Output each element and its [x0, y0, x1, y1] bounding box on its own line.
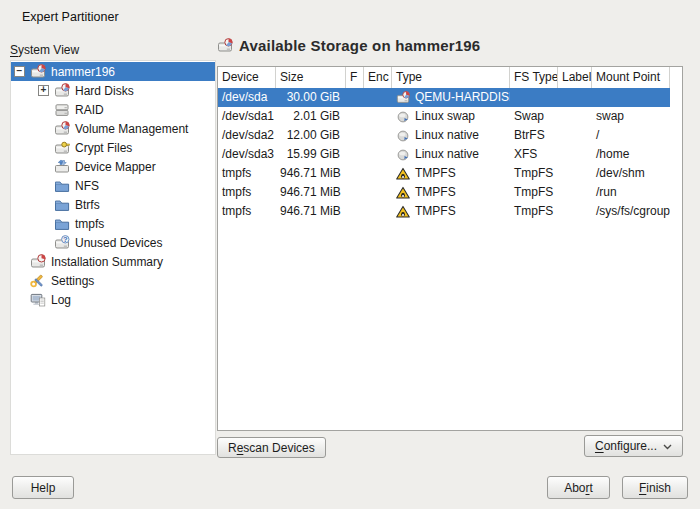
column-header-label[interactable]: Label: [558, 67, 592, 88]
cell-size: 946.71 MiB: [276, 164, 346, 183]
sidebar-item-crypt-files[interactable]: Crypt Files: [11, 138, 215, 157]
abort-button[interactable]: Abort: [547, 476, 610, 499]
table-row-dev-sda3-3[interactable]: /dev/sda315.99 GiBLinux nativeXFS/home: [218, 145, 682, 164]
expander-plus-icon[interactable]: +: [38, 85, 49, 96]
table-row-dev-sda1-1[interactable]: /dev/sda12.01 GiBLinux swapSwapswap: [218, 107, 682, 126]
table-row-dev-sda-0[interactable]: /dev/sda30.00 GiBQEMU-HARDDISK: [218, 88, 682, 107]
sidebar-item-label: RAID: [75, 103, 104, 117]
column-header-enc[interactable]: Enc: [364, 67, 392, 88]
cell-type: Linux native: [392, 126, 510, 145]
cell-f: [346, 202, 364, 221]
chevron-down-icon: [663, 439, 672, 453]
settings-icon: [30, 273, 46, 289]
sidebar-item-label: NFS: [75, 179, 99, 193]
table-header: DeviceSizeFEncTypeFS TypeLabelMount Poin…: [218, 67, 682, 88]
cell-f: [346, 88, 364, 107]
sidebar-item-hard-disks[interactable]: +Hard Disks: [11, 81, 215, 100]
cell-type: TMPFS: [392, 164, 510, 183]
cell-mount: /sys/fs/cgroup: [592, 202, 670, 221]
sidebar-item-btrfs[interactable]: Btrfs: [11, 195, 215, 214]
cell-f: [346, 183, 364, 202]
help-button[interactable]: Help: [12, 476, 74, 499]
log-icon: [30, 292, 46, 308]
cell-filler: [670, 88, 682, 107]
cell-filler: [670, 183, 682, 202]
available-storage-table: DeviceSizeFEncTypeFS TypeLabelMount Poin…: [217, 66, 683, 431]
cell-type: QEMU-HARDDISK: [392, 88, 510, 107]
table-row-dev-sda2-2[interactable]: /dev/sda212.00 GiBLinux nativeBtrFS/: [218, 126, 682, 145]
configure-button[interactable]: Configure...: [584, 435, 683, 457]
column-header-f[interactable]: F: [346, 67, 364, 88]
sidebar-item-label: Btrfs: [75, 198, 100, 212]
disk-partition-icon: [54, 83, 70, 99]
sidebar-item-label: Hard Disks: [75, 84, 134, 98]
cell-label: [558, 145, 592, 164]
folder-icon: [54, 178, 70, 194]
sidebar-item-label: Crypt Files: [75, 141, 132, 155]
table-row-tmpfs-4[interactable]: tmpfs946.71 MiBTMPFSTmpFS/dev/shm: [218, 164, 682, 183]
cell-filler: [670, 164, 682, 183]
sidebar-item-nfs[interactable]: NFS: [11, 176, 215, 195]
finish-button[interactable]: Finish: [622, 476, 688, 499]
cell-fs_type: TmpFS: [510, 202, 558, 221]
sidebar-item-label: Volume Management: [75, 122, 188, 136]
cell-size: 12.00 GiB: [276, 126, 346, 145]
type-label: Linux swap: [415, 107, 475, 126]
sidebar-item-log[interactable]: Log: [11, 290, 215, 309]
cell-filler: [670, 145, 682, 164]
type-label: TMPFS: [415, 202, 456, 221]
cell-enc: [364, 183, 392, 202]
column-header-mount-point[interactable]: Mount Point: [592, 67, 670, 88]
sidebar-item-device-mapper[interactable]: Device Mapper: [11, 157, 215, 176]
cell-device: /dev/sda1: [218, 107, 276, 126]
tmpfs-icon: [396, 167, 410, 181]
cell-label: [558, 183, 592, 202]
sidebar-item-unused-devices[interactable]: ?Unused Devices: [11, 233, 215, 252]
column-header-device[interactable]: Device: [218, 67, 276, 88]
cell-device: tmpfs: [218, 164, 276, 183]
svg-text:?: ?: [63, 235, 68, 244]
sidebar-item-installation-summary[interactable]: Installation Summary: [11, 252, 215, 271]
cell-type: TMPFS: [392, 183, 510, 202]
linux-partition-icon: [396, 110, 410, 124]
sidebar-item-label: Installation Summary: [51, 255, 163, 269]
cell-device: /dev/sda: [218, 88, 276, 107]
cell-device: tmpfs: [218, 202, 276, 221]
disk-partition-icon: [54, 121, 70, 137]
column-header-size[interactable]: Size: [276, 67, 346, 88]
type-label: TMPFS: [415, 183, 456, 202]
cell-size: 2.01 GiB: [276, 107, 346, 126]
sidebar-item-settings[interactable]: Settings: [11, 271, 215, 290]
cell-device: /dev/sda3: [218, 145, 276, 164]
table-row-tmpfs-6[interactable]: tmpfs946.71 MiBTMPFSTmpFS/sys/fs/cgroup: [218, 202, 682, 221]
sidebar-item-tmpfs[interactable]: tmpfs: [11, 214, 215, 233]
rescan-devices-button[interactable]: Rescan Devices: [217, 437, 326, 458]
system-view-tree: −hammer196+Hard DisksRAIDVolume Manageme…: [10, 60, 216, 455]
cell-filler: [670, 107, 682, 126]
cell-mount: swap: [592, 107, 670, 126]
linux-partition-icon: [396, 129, 410, 143]
column-header-type[interactable]: Type: [392, 67, 510, 88]
cell-fs_type: [510, 88, 558, 107]
cell-fs_type: BtrFS: [510, 126, 558, 145]
cell-filler: [670, 202, 682, 221]
cell-label: [558, 126, 592, 145]
sidebar-item-raid[interactable]: RAID: [11, 100, 215, 119]
crypt-files-icon: [54, 140, 70, 156]
table-row-tmpfs-5[interactable]: tmpfs946.71 MiBTMPFSTmpFS/run: [218, 183, 682, 202]
sidebar-item-volume-management[interactable]: Volume Management: [11, 119, 215, 138]
cell-fs_type: XFS: [510, 145, 558, 164]
column-header-fs-type[interactable]: FS Type: [510, 67, 558, 88]
expander-minus-icon[interactable]: −: [14, 66, 25, 77]
cell-mount: /run: [592, 183, 670, 202]
main-title-text: Available Storage on hammer196: [239, 37, 480, 54]
cell-f: [346, 107, 364, 126]
sidebar-item-label: Unused Devices: [75, 236, 162, 250]
cell-device: /dev/sda2: [218, 126, 276, 145]
sidebar-item-hammer196[interactable]: −hammer196: [11, 62, 215, 81]
table-body: /dev/sda30.00 GiBQEMU-HARDDISK/dev/sda12…: [218, 88, 682, 221]
device-mapper-icon: [54, 159, 70, 175]
cell-type: TMPFS: [392, 202, 510, 221]
linux-partition-icon: [396, 148, 410, 162]
cell-mount: /dev/shm: [592, 164, 670, 183]
